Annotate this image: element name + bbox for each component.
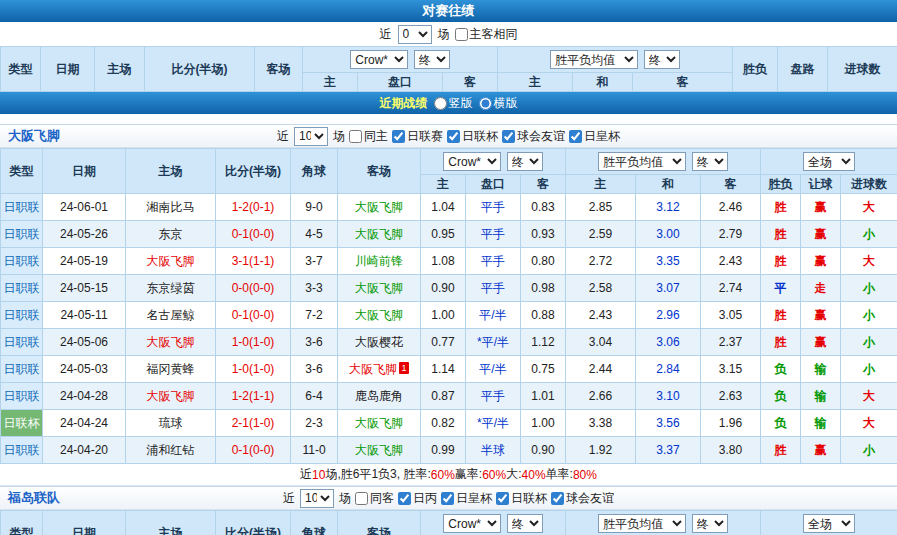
- team1-filter-checkbox[interactable]: [502, 130, 515, 143]
- same-venue-option[interactable]: 主客相同: [455, 26, 518, 43]
- home-team-cell[interactable]: 大阪飞脚: [126, 383, 216, 410]
- team2-filter-checkbox[interactable]: [398, 492, 411, 505]
- team1-odds-company-select[interactable]: Crow*: [443, 152, 501, 171]
- h2h-avg-final-select[interactable]: 终: [644, 50, 680, 69]
- team-link[interactable]: 东京: [159, 227, 183, 241]
- team1-count-select[interactable]: 10: [294, 127, 328, 146]
- col-score: 比分(半场): [216, 511, 291, 535]
- team2-filter-checkbox[interactable]: [441, 492, 454, 505]
- score-cell[interactable]: 3-1(1-1): [216, 248, 291, 275]
- away-team-cell[interactable]: 大阪飞脚: [338, 302, 421, 329]
- ah-away-odds-cell: 1.00: [521, 410, 566, 437]
- same-venue-checkbox[interactable]: [455, 28, 468, 41]
- away-team-cell[interactable]: 大阪飞脚: [338, 275, 421, 302]
- home-team-cell[interactable]: 大阪飞脚: [126, 248, 216, 275]
- away-team-cell[interactable]: 大阪飞脚: [338, 194, 421, 221]
- team-link[interactable]: 大阪樱花: [355, 335, 403, 349]
- team-link[interactable]: 湘南比马: [147, 200, 195, 214]
- team1-filter-日联杯[interactable]: 日联杯: [447, 128, 498, 145]
- eu-away-odds-cell: 2.79: [701, 221, 761, 248]
- team2-count-select[interactable]: 10: [300, 489, 334, 508]
- score-cell[interactable]: 1-2(1-1): [216, 383, 291, 410]
- team1-filter-球会友谊[interactable]: 球会友谊: [502, 128, 565, 145]
- corner-cell: 3-6: [291, 356, 338, 383]
- away-team-cell[interactable]: 鹿岛鹿角: [338, 383, 421, 410]
- away-team-cell[interactable]: 大阪飞脚: [338, 221, 421, 248]
- team-link[interactable]: 大阪飞脚: [355, 308, 403, 322]
- team-link[interactable]: 大阪飞脚: [355, 416, 403, 430]
- team-link[interactable]: 琉球: [159, 416, 183, 430]
- team1-filter-checkbox[interactable]: [392, 130, 405, 143]
- team1-filter-日联赛[interactable]: 日联赛: [392, 128, 443, 145]
- horizontal-layout-option[interactable]: 横版: [479, 95, 518, 112]
- team-link[interactable]: 大阪飞脚: [147, 254, 195, 268]
- score-cell[interactable]: 0-1(0-0): [216, 437, 291, 464]
- team2-avg-select[interactable]: 胜平负均值: [598, 514, 686, 533]
- vertical-layout-option[interactable]: 竖版: [434, 95, 473, 112]
- team-link[interactable]: 浦和红钻: [147, 443, 195, 457]
- team1-scope-select[interactable]: 全场: [803, 152, 855, 171]
- team-link[interactable]: 福冈黄蜂: [147, 362, 195, 376]
- h2h-odds-final-select[interactable]: 终: [414, 50, 450, 69]
- team-link[interactable]: 大阪飞脚: [355, 200, 403, 214]
- team-link[interactable]: 名古屋鲸: [147, 308, 195, 322]
- home-team-cell[interactable]: 东京: [126, 221, 216, 248]
- horizontal-layout-radio[interactable]: [479, 97, 492, 110]
- team2-filter-日联杯[interactable]: 日联杯: [496, 490, 547, 507]
- home-team-cell[interactable]: 名古屋鲸: [126, 302, 216, 329]
- home-team-cell[interactable]: 湘南比马: [126, 194, 216, 221]
- h2h-odds-company-select[interactable]: Crow*: [350, 50, 408, 69]
- team1-filter-checkbox[interactable]: [349, 130, 362, 143]
- team2-filter-checkbox[interactable]: [496, 492, 509, 505]
- team2-filter-checkbox[interactable]: [551, 492, 564, 505]
- team2-avg-final-select[interactable]: 终: [692, 514, 728, 533]
- team-link[interactable]: 大阪飞脚: [355, 443, 403, 457]
- team-link[interactable]: 大阪飞脚: [147, 335, 195, 349]
- score-cell[interactable]: 0-1(0-0): [216, 302, 291, 329]
- team2-filter-球会友谊[interactable]: 球会友谊: [551, 490, 614, 507]
- team2-filter-日皇杯[interactable]: 日皇杯: [441, 490, 492, 507]
- team2-filter-日丙[interactable]: 日丙: [398, 490, 437, 507]
- team-link[interactable]: 大阪飞脚: [355, 281, 403, 295]
- home-team-cell[interactable]: 琉球: [126, 410, 216, 437]
- team1-avg-select[interactable]: 胜平负均值: [598, 152, 686, 171]
- home-team-cell[interactable]: 福冈黄蜂: [126, 356, 216, 383]
- team-link[interactable]: 川崎前锋: [355, 254, 403, 268]
- team1-filter-日皇杯[interactable]: 日皇杯: [569, 128, 620, 145]
- score-cell[interactable]: 0-0(0-0): [216, 275, 291, 302]
- col-corner: 角球: [291, 511, 338, 535]
- team1-odds-final-select[interactable]: 终: [507, 152, 543, 171]
- home-team-cell[interactable]: 东京绿茵: [126, 275, 216, 302]
- home-team-cell[interactable]: 浦和红钻: [126, 437, 216, 464]
- team2-odds-final-select[interactable]: 终: [507, 514, 543, 533]
- vertical-layout-radio[interactable]: [434, 97, 447, 110]
- team-link[interactable]: 大阪飞脚: [355, 227, 403, 241]
- home-team-cell[interactable]: 大阪飞脚: [126, 329, 216, 356]
- score-cell[interactable]: 1-0(1-0): [216, 329, 291, 356]
- team-link[interactable]: 东京绿茵: [147, 281, 195, 295]
- h2h-count-select[interactable]: 0: [398, 25, 432, 44]
- team1-avg-final-select[interactable]: 终: [692, 152, 728, 171]
- team-link[interactable]: 大阪飞脚: [349, 362, 397, 376]
- away-team-cell[interactable]: 大阪樱花: [338, 329, 421, 356]
- h2h-avg-select[interactable]: 胜平负均值: [550, 50, 638, 69]
- score-cell[interactable]: 2-1(1-0): [216, 410, 291, 437]
- team1-filter-同主[interactable]: 同主: [349, 128, 388, 145]
- away-team-cell[interactable]: 川崎前锋: [338, 248, 421, 275]
- score-cell[interactable]: 0-1(0-0): [216, 221, 291, 248]
- team1-filter-checkbox[interactable]: [447, 130, 460, 143]
- team2-name[interactable]: 福岛联队: [8, 489, 60, 507]
- score-cell[interactable]: 1-2(0-1): [216, 194, 291, 221]
- team2-scope-select[interactable]: 全场: [803, 514, 855, 533]
- away-team-cell[interactable]: 大阪飞脚: [338, 410, 421, 437]
- away-team-cell[interactable]: 大阪飞脚1: [338, 356, 421, 383]
- team2-filter-checkbox[interactable]: [355, 492, 368, 505]
- away-team-cell[interactable]: 大阪飞脚: [338, 437, 421, 464]
- team2-filter-同客[interactable]: 同客: [355, 490, 394, 507]
- team-link[interactable]: 鹿岛鹿角: [355, 389, 403, 403]
- team1-name[interactable]: 大阪飞脚: [8, 127, 60, 145]
- team-link[interactable]: 大阪飞脚: [147, 389, 195, 403]
- team1-filter-checkbox[interactable]: [569, 130, 582, 143]
- score-cell[interactable]: 1-0(1-0): [216, 356, 291, 383]
- team2-odds-company-select[interactable]: Crow*: [443, 514, 501, 533]
